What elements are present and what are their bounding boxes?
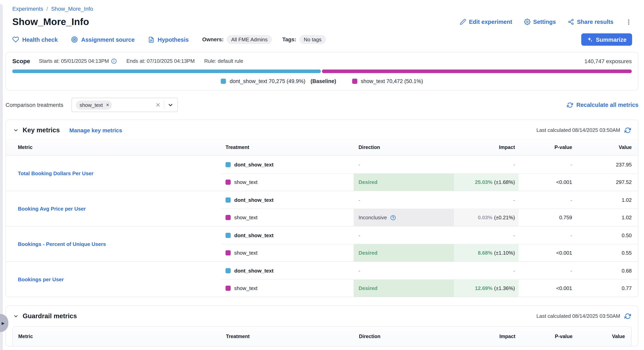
- key-metrics-card: Key metrics Manage key metrics Last calc…: [6, 120, 638, 297]
- refresh-icon[interactable]: [624, 313, 631, 319]
- table-row: dont_show_text - - - 237.95: [221, 156, 638, 173]
- edit-experiment-button[interactable]: Edit experiment: [460, 19, 512, 25]
- scope-starts-at: Starts at: 05/01/2025 04:13PM: [39, 58, 109, 64]
- chip-remove-icon[interactable]: [106, 103, 110, 107]
- info-icon[interactable]: [111, 58, 117, 64]
- direction-badge: Inconclusive: [354, 209, 454, 226]
- treatment-bar-segment: [322, 70, 632, 73]
- page-title: Show_More_Info: [12, 16, 89, 28]
- metric-link[interactable]: Bookings per User: [6, 262, 221, 297]
- metric-link[interactable]: Booking Avg Price per User: [6, 191, 221, 226]
- sparkle-icon: [587, 37, 592, 43]
- metric-link[interactable]: Total Booking Dollars Per User: [6, 156, 221, 191]
- manage-key-metrics-link[interactable]: Manage key metrics: [69, 127, 122, 133]
- settings-button[interactable]: Settings: [524, 19, 556, 25]
- guardrail-table: Metric Treatment Direction Impact P-valu…: [12, 326, 632, 346]
- metric-group: Bookings per User dont_show_text - - - 0…: [6, 261, 638, 297]
- help-circle-icon[interactable]: [390, 215, 396, 220]
- table-row: dont_show_text - - - 0.68: [221, 262, 638, 279]
- scope-ends-at: Ends at: 07/10/2025 04:13PM: [126, 58, 195, 64]
- direction-badge: Desired: [354, 174, 454, 191]
- target-icon: [71, 36, 78, 43]
- refresh-icon: [567, 102, 573, 108]
- document-icon: [148, 36, 154, 43]
- key-metrics-title: Key metrics: [23, 126, 60, 134]
- gear-icon: [524, 19, 530, 25]
- treatment-swatch: [226, 286, 231, 291]
- treatment-swatch: [226, 180, 231, 185]
- direction-badge: Desired: [354, 244, 454, 261]
- share-results-button[interactable]: Share results: [568, 19, 614, 25]
- legend-treatment: show_text 70,472 (50.1%): [352, 78, 423, 84]
- health-check-link[interactable]: Health check: [12, 36, 58, 43]
- hypothesis-link[interactable]: Hypothesis: [148, 36, 188, 43]
- breadcrumb: Experiments / Show_More_Info: [0, 6, 644, 12]
- table-row: show_text Inconclusive 0.03%(±0.21%) 0.7…: [221, 209, 638, 226]
- baseline-swatch: [226, 268, 231, 273]
- scope-section: Scope Starts at: 05/01/2025 04:13PM Ends…: [6, 52, 638, 91]
- scope-label: Scope: [12, 58, 30, 64]
- refresh-icon[interactable]: [624, 127, 631, 133]
- tags-pill[interactable]: No tags: [299, 35, 326, 44]
- treatment-swatch: [226, 215, 231, 220]
- tags-label: Tags:: [282, 37, 296, 43]
- treatment-split-bar: [12, 70, 632, 73]
- breadcrumb-experiments-link[interactable]: Experiments: [12, 6, 43, 12]
- table-row: show_text Desired 12.69%(±1.36%) <0.001 …: [221, 279, 638, 297]
- metric-group: Booking Avg Price per User dont_show_tex…: [6, 191, 638, 226]
- owners-label: Owners:: [202, 37, 224, 43]
- guardrail-metrics-title: Guardrail metrics: [23, 312, 77, 320]
- table-header: Metric Treatment Direction Impact P-valu…: [13, 326, 631, 346]
- last-calculated-text: Last calculated 08/14/2025 03:50AM: [536, 313, 620, 319]
- collapse-chevron-icon[interactable]: [13, 313, 19, 319]
- recalculate-all-metrics-button[interactable]: Recalculate all metrics: [567, 102, 638, 108]
- metric-group: Total Booking Dollars Per User dont_show…: [6, 156, 638, 191]
- treatment-chip[interactable]: show_text: [76, 100, 112, 109]
- exposures-count: 140,747 exposures: [584, 58, 632, 64]
- expand-arrow-icon: ▶: [2, 321, 4, 325]
- guardrail-metrics-card: Guardrail metrics Last calculated 08/14/…: [6, 305, 638, 346]
- baseline-swatch: [221, 79, 226, 84]
- treatment-swatch: [352, 79, 357, 84]
- scope-rule: Rule: default rule: [204, 58, 244, 64]
- summarize-button[interactable]: Summarize: [581, 33, 632, 46]
- pencil-icon: [460, 19, 466, 25]
- metric-link[interactable]: Bookings - Percent of Unique Users: [6, 226, 221, 261]
- table-row: show_text Desired 8.68%(±1.10%) <0.001 0…: [221, 244, 638, 261]
- treatment-swatch: [226, 250, 231, 255]
- table-row: dont_show_text - - - 1.02: [221, 191, 638, 209]
- baseline-swatch: [226, 197, 231, 202]
- assignment-source-link[interactable]: Assignment source: [71, 36, 134, 43]
- comparison-treatments-select[interactable]: show_text: [71, 98, 178, 112]
- metric-group: Bookings - Percent of Unique Users dont_…: [6, 226, 638, 261]
- legend-baseline: dont_show_text 70,275 (49.9%) (Baseline): [221, 78, 336, 84]
- share-icon: [568, 19, 574, 25]
- last-calculated-text: Last calculated 08/14/2025 03:50AM: [536, 127, 620, 133]
- table-row: show_text Desired 25.03%(±1.68%) <0.001 …: [221, 173, 638, 191]
- breadcrumb-current-link[interactable]: Show_More_Info: [51, 6, 93, 12]
- baseline-swatch: [226, 233, 231, 238]
- table-header: Metric Treatment Direction Impact P-valu…: [6, 139, 638, 156]
- baseline-swatch: [226, 162, 231, 167]
- table-row: dont_show_text - - - 0.50: [221, 226, 638, 244]
- more-options-kebab-icon[interactable]: [625, 19, 632, 25]
- chevron-down-icon[interactable]: [167, 102, 173, 108]
- breadcrumb-separator: /: [46, 6, 48, 12]
- direction-badge: Desired: [354, 280, 454, 297]
- clear-selection-icon[interactable]: [155, 102, 160, 108]
- heart-icon: [12, 36, 19, 43]
- baseline-bar-segment: [12, 70, 321, 73]
- owners-pill[interactable]: All FME Admins: [227, 35, 272, 44]
- collapse-chevron-icon[interactable]: [13, 127, 19, 133]
- comparison-treatments-label: Comparison treatments: [6, 102, 63, 108]
